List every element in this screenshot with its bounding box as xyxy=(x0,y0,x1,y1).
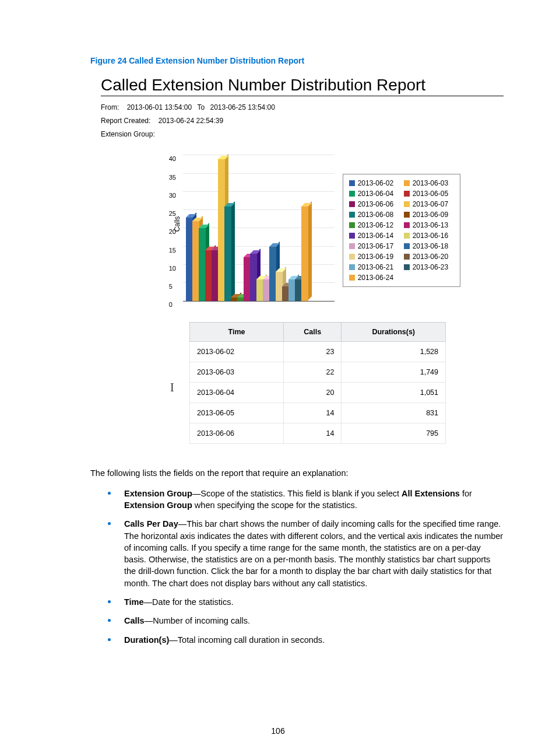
legend-swatch xyxy=(349,254,355,260)
table-row: 2013-06-0614795 xyxy=(190,424,446,444)
cell-duration: 795 xyxy=(342,424,446,444)
to-value: 2013-06-25 13:54:00 xyxy=(210,103,275,111)
legend-label: 2013-06-06 xyxy=(358,200,393,208)
y-tick: 15 xyxy=(169,247,176,254)
table-header-cell: Time xyxy=(190,323,284,342)
y-tick: 35 xyxy=(169,174,176,181)
legend-label: 2013-06-23 xyxy=(413,263,448,271)
field-item: Duration(s)—Total incoming call duration… xyxy=(90,634,504,646)
field-text: —Total incoming call duration in seconds… xyxy=(169,635,325,645)
field-item: Calls Per Day—This bar chart shows the n… xyxy=(90,518,504,589)
legend-item: 2013-06-14 xyxy=(349,232,399,240)
from-value: 2013-06-01 13:54:00 xyxy=(127,103,192,111)
y-tick: 10 xyxy=(169,265,176,272)
cell-time: 2013-06-03 xyxy=(190,362,284,383)
table-body: 2013-06-02231,5282013-06-03221,7492013-0… xyxy=(190,342,446,444)
legend-label: 2013-06-21 xyxy=(358,263,393,271)
data-table: TimeCallsDurations(s) 2013-06-02231,5282… xyxy=(189,322,446,444)
legend-swatch xyxy=(349,180,355,186)
field-text: —Number of incoming calls. xyxy=(145,616,250,625)
legend-label: 2013-06-17 xyxy=(358,242,393,250)
page-number: 106 xyxy=(0,726,556,736)
field-text: —Scope of the statistics. This field is … xyxy=(192,489,402,498)
legend-swatch xyxy=(349,243,355,249)
to-label: To xyxy=(197,103,205,111)
legend-label: 2013-06-18 xyxy=(413,242,448,250)
cell-time: 2013-06-04 xyxy=(190,383,284,403)
cell-calls: 23 xyxy=(284,342,342,362)
bar-chart[interactable]: 0510152025303540 xyxy=(183,155,335,302)
legend-label: 2013-06-14 xyxy=(358,232,393,240)
y-tick: 0 xyxy=(169,301,173,308)
report-title: Called Extension Number Distribution Rep… xyxy=(101,76,504,94)
legend-label: 2013-06-09 xyxy=(413,211,448,219)
cell-time: 2013-06-05 xyxy=(190,403,284,424)
description-section: The following lists the fields on the re… xyxy=(90,467,504,646)
legend-item: 2013-06-05 xyxy=(404,190,454,198)
legend-item: 2013-06-03 xyxy=(404,179,454,187)
legend-swatch xyxy=(404,233,410,239)
legend-label: 2013-06-03 xyxy=(413,179,448,187)
field-term: Duration(s) xyxy=(124,635,169,645)
created-value: 2013-06-24 22:54:39 xyxy=(159,117,223,125)
field-text: —Date for the statistics. xyxy=(144,597,234,607)
report-meta: From: 2013-06-01 13:54:00 To 2013-06-25 … xyxy=(101,101,504,141)
legend-swatch xyxy=(404,201,410,207)
legend-swatch xyxy=(404,191,410,197)
legend-label: 2013-06-12 xyxy=(358,221,393,229)
field-text: —This bar chart shows the number of dail… xyxy=(124,519,503,587)
field-term: Calls Per Day xyxy=(124,519,178,528)
y-tick: 5 xyxy=(169,283,173,290)
legend-label: 2013-06-04 xyxy=(358,190,393,198)
ext-group-label: Extension Group: xyxy=(101,130,155,138)
table-row: 2013-06-03221,749 xyxy=(190,362,446,383)
description-intro: The following lists the fields on the re… xyxy=(90,467,504,479)
field-term: Calls xyxy=(124,616,145,625)
chart-legend: 2013-06-022013-06-032013-06-042013-06-05… xyxy=(343,174,460,287)
table-header-cell: Durations(s) xyxy=(342,323,446,342)
cell-duration: 1,749 xyxy=(342,362,446,383)
legend-swatch xyxy=(404,254,410,260)
field-term: Extension Group xyxy=(124,489,192,498)
legend-item: 2013-06-16 xyxy=(404,232,454,240)
legend-item: 2013-06-13 xyxy=(404,221,454,229)
y-tick: 30 xyxy=(169,192,176,199)
legend-label: 2013-06-19 xyxy=(358,253,393,261)
legend-item: 2013-06-06 xyxy=(349,200,399,208)
legend-item: 2013-06-20 xyxy=(404,253,454,261)
legend-swatch xyxy=(404,212,410,218)
legend-swatch xyxy=(349,233,355,239)
table-header-row: TimeCallsDurations(s) xyxy=(190,323,446,342)
cell-time: 2013-06-02 xyxy=(190,342,284,362)
legend-item: 2013-06-17 xyxy=(349,242,399,250)
legend-item: 2013-06-19 xyxy=(349,253,399,261)
legend-swatch xyxy=(349,264,355,270)
chart-block: Calls 0510152025303540 2013-06-022013-06… xyxy=(170,155,504,302)
legend-swatch xyxy=(349,201,355,207)
cell-duration: 831 xyxy=(342,403,446,424)
table-row: 2013-06-04201,051 xyxy=(190,383,446,403)
legend-label: 2013-06-20 xyxy=(413,253,448,261)
legend-swatch xyxy=(404,264,410,270)
figure-caption: Figure 24 Called Extension Number Distri… xyxy=(90,56,504,65)
legend-item: 2013-06-02 xyxy=(349,179,399,187)
legend-swatch xyxy=(349,191,355,197)
chart-bar[interactable] xyxy=(224,206,231,302)
legend-swatch xyxy=(404,180,410,186)
field-term: Time xyxy=(124,597,144,607)
legend-swatch xyxy=(404,222,410,228)
table-row: 2013-06-0514831 xyxy=(190,403,446,424)
legend-item: 2013-06-07 xyxy=(404,200,454,208)
text-cursor-icon: I xyxy=(170,381,174,394)
legend-label: 2013-06-07 xyxy=(413,200,448,208)
document-page: Figure 24 Called Extension Number Distri… xyxy=(0,0,556,756)
y-tick: 40 xyxy=(169,155,176,162)
field-item: Calls—Number of incoming calls. xyxy=(90,615,504,626)
chart-bar[interactable] xyxy=(301,206,308,302)
y-tick: 20 xyxy=(169,228,176,235)
cell-calls: 14 xyxy=(284,424,342,444)
cell-calls: 20 xyxy=(284,383,342,403)
fields-list: Extension Group—Scope of the statistics.… xyxy=(90,488,504,646)
cell-duration: 1,051 xyxy=(342,383,446,403)
created-label: Report Created: xyxy=(101,117,150,125)
